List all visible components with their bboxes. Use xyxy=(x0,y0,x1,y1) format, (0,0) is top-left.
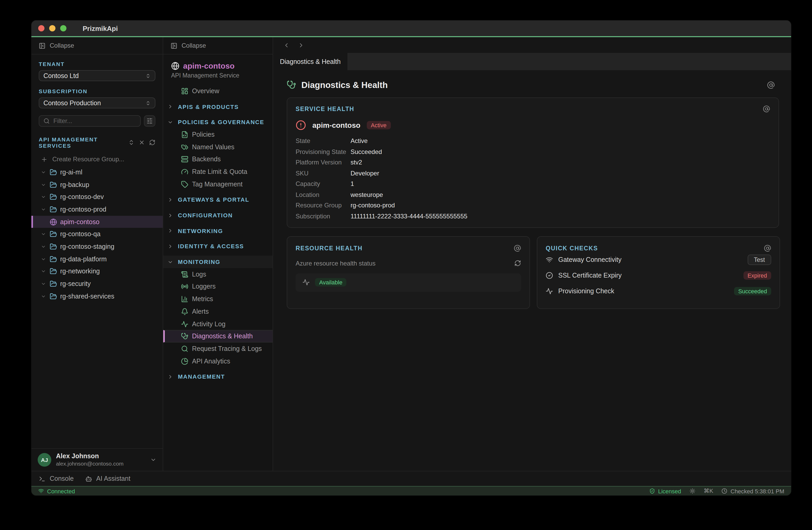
quick-check-label: SSL Certificate Expiry xyxy=(558,271,622,279)
filter-settings-button[interactable] xyxy=(144,115,155,127)
title-bar: PrizmikApi xyxy=(31,20,791,37)
nav-section-configuration[interactable]: CONFIGURATION xyxy=(163,209,273,221)
expand-all-icon[interactable] xyxy=(128,139,134,145)
availability-badge: Available xyxy=(315,278,347,287)
tree-item[interactable]: rg-security xyxy=(31,278,163,290)
service-header: apim-contoso xyxy=(163,61,273,70)
property-value: 1 xyxy=(350,180,770,187)
page-header: Diagnostics & Health xyxy=(287,76,779,93)
tree-item[interactable]: rg-data-platform xyxy=(31,253,163,265)
theme-toggle-icon[interactable] xyxy=(690,488,695,494)
zoom-window-button[interactable] xyxy=(60,25,67,31)
wifi-icon xyxy=(546,256,553,263)
connection-status: Connected xyxy=(38,488,75,494)
property-label: Subscription xyxy=(295,212,350,220)
minimize-window-button[interactable] xyxy=(49,25,56,31)
create-resource-group-button[interactable]: Create Resource Group... xyxy=(39,153,155,165)
nav-section-gateways-portal[interactable]: GATEWAYS & PORTAL xyxy=(163,194,273,206)
collapse-all-icon[interactable] xyxy=(139,139,145,145)
nav-item-label: Named Values xyxy=(192,143,234,151)
at-sign-icon[interactable] xyxy=(767,81,775,89)
at-sign-icon[interactable] xyxy=(514,244,521,252)
close-window-button[interactable] xyxy=(38,25,44,31)
tree-item[interactable]: rg-backup xyxy=(31,178,163,191)
command-shortcut[interactable]: ⌘K xyxy=(704,488,713,494)
last-checked: Checked 5:38:01 PM xyxy=(722,488,784,494)
property-label: State xyxy=(295,137,350,144)
nav-section-label: NETWORKING xyxy=(178,227,223,234)
nav-item-api-analytics[interactable]: API Analytics xyxy=(163,355,273,367)
ai-assistant-button[interactable]: AI Assistant xyxy=(85,475,131,482)
tree-item[interactable]: rg-ai-ml xyxy=(31,166,163,178)
user-account-row[interactable]: AJ Alex Johnson alex.johnson@contoso.com xyxy=(31,448,163,471)
tree-item[interactable]: rg-networking xyxy=(31,265,163,278)
bar-chart-icon xyxy=(181,295,188,303)
at-sign-icon[interactable] xyxy=(764,244,771,252)
server-icon xyxy=(181,156,188,163)
nav-item-rate-limit-quota[interactable]: Rate Limit & Quota xyxy=(163,166,273,178)
back-button[interactable] xyxy=(283,42,290,48)
collapse-label: Collapse xyxy=(182,42,206,49)
tree-item[interactable]: rg-contoso-qa xyxy=(31,228,163,240)
forward-button[interactable] xyxy=(298,42,305,48)
nav-item-logs[interactable]: Logs xyxy=(163,268,273,280)
filter-input[interactable] xyxy=(53,117,136,125)
refresh-icon[interactable] xyxy=(514,260,521,267)
tree-item-label: rg-networking xyxy=(60,268,100,275)
chevron-down-icon xyxy=(41,269,46,274)
shield-check-icon xyxy=(649,488,655,494)
property-value: 11111111-2222-3333-4444-555555555555 xyxy=(350,212,770,220)
nav-item-tag-management[interactable]: Tag Management xyxy=(163,178,273,190)
nav-section-management[interactable]: MANAGEMENT xyxy=(163,371,273,383)
nav-item-loggers[interactable]: Loggers xyxy=(163,280,273,293)
tab-diagnostics-health[interactable]: Diagnostics & Health xyxy=(273,53,347,70)
tree-item-label: apim-contoso xyxy=(60,218,99,225)
nav-item-backends[interactable]: Backends xyxy=(163,153,273,166)
nav-item-diagnostics-health[interactable]: Diagnostics & Health xyxy=(163,330,273,343)
property-label: Capacity xyxy=(295,180,350,187)
pie-chart-icon xyxy=(181,358,188,365)
nav-section-networking[interactable]: NETWORKING xyxy=(163,225,273,237)
nav-item-policies[interactable]: Policies xyxy=(163,128,273,141)
folder-icon xyxy=(50,243,57,250)
refresh-icon[interactable] xyxy=(149,139,155,145)
tree-item[interactable]: rg-contoso-prod xyxy=(31,203,163,215)
tree-item[interactable]: rg-shared-services xyxy=(31,290,163,303)
nav-section-monitoring[interactable]: MONITORING xyxy=(163,256,273,268)
tree-item[interactable]: rg-contoso-dev xyxy=(31,191,163,203)
scroll-text-icon xyxy=(181,271,188,278)
nav-item-label: Rate Limit & Quota xyxy=(192,168,247,176)
service-nav: Overview APIS & PRODUCTS POLICIES & GOVE… xyxy=(163,85,273,383)
card-title: SERVICE HEALTH xyxy=(295,106,354,112)
console-button[interactable]: Console xyxy=(39,475,74,482)
tree-item-selected-service[interactable]: apim-contoso xyxy=(31,216,163,228)
filter-field xyxy=(39,115,141,127)
nav-item-metrics[interactable]: Metrics xyxy=(163,293,273,305)
service-sidebar-collapse-button[interactable]: Collapse xyxy=(163,37,273,54)
nav-section-policies-governance[interactable]: POLICIES & GOVERNANCE xyxy=(163,116,273,128)
nav-section-identity-access[interactable]: IDENTITY & ACCESS xyxy=(163,240,273,252)
tenant-select[interactable]: Contoso Ltd xyxy=(39,70,155,81)
license-status: Licensed xyxy=(649,488,681,494)
clock-icon xyxy=(722,488,727,494)
nav-item-overview[interactable]: Overview xyxy=(163,85,273,97)
nav-item-request-tracing-logs[interactable]: Request Tracing & Logs xyxy=(163,343,273,355)
property-value: stv2 xyxy=(350,159,770,166)
tree-item[interactable]: rg-contoso-staging xyxy=(31,240,163,253)
service-sidebar-body: apim-contoso API Management Service Over… xyxy=(163,54,273,471)
at-sign-icon[interactable] xyxy=(763,105,770,113)
service-sidebar: Collapse apim-contoso API Management Ser… xyxy=(163,37,273,471)
nav-section-apis-products[interactable]: APIS & PRODUCTS xyxy=(163,100,273,113)
folder-icon xyxy=(50,181,57,188)
chevron-down-icon[interactable] xyxy=(150,457,157,463)
test-button[interactable]: Test xyxy=(748,254,771,265)
page-title: Diagnostics & Health xyxy=(301,80,388,90)
bell-icon xyxy=(181,308,188,315)
nav-item-activity-log[interactable]: Activity Log xyxy=(163,318,273,330)
subscription-select[interactable]: Contoso Production xyxy=(39,97,155,108)
nav-item-alerts[interactable]: Alerts xyxy=(163,305,273,318)
left-sidebar-collapse-button[interactable]: Collapse xyxy=(31,37,163,54)
tree-item-label: rg-ai-ml xyxy=(60,169,83,176)
nav-item-named-values[interactable]: Named Values xyxy=(163,141,273,153)
nav-item-label: Policies xyxy=(192,131,215,138)
